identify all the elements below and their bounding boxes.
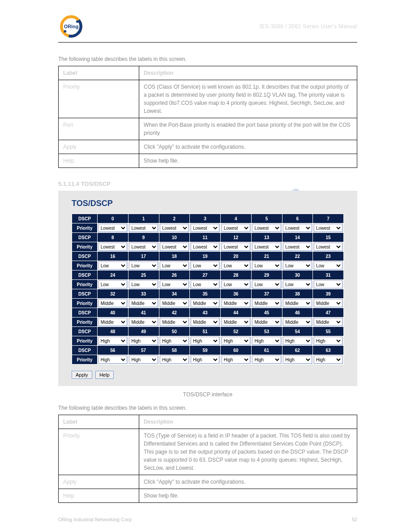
priority-select[interactable]: LowestLowMiddleHigh xyxy=(222,243,250,251)
priority-select[interactable]: LowestLowMiddleHigh xyxy=(283,299,312,307)
priority-select[interactable]: LowestLowMiddleHigh xyxy=(222,299,250,307)
dscp-priority-table: DSCP01234567PriorityLowestLowMiddleHighL… xyxy=(72,214,344,365)
priority-select[interactable]: LowestLowMiddleHigh xyxy=(283,243,312,251)
dscp-row-header: DSCP xyxy=(72,270,98,280)
priority-row-header: Priority xyxy=(72,299,98,308)
priority-select[interactable]: LowestLowMiddleHigh xyxy=(98,318,127,326)
priority-select[interactable]: LowestLowMiddleHigh xyxy=(191,299,219,307)
dscp-number: 12 xyxy=(221,233,252,242)
priority-select[interactable]: LowestLowMiddleHigh xyxy=(222,280,250,288)
dscp-number: 62 xyxy=(282,346,313,355)
priority-select[interactable]: LowestLowMiddleHigh xyxy=(283,280,312,288)
priority-select[interactable]: LowestLowMiddleHigh xyxy=(222,337,250,345)
priority-select[interactable]: LowestLowMiddleHigh xyxy=(160,356,188,364)
dscp-row-header: DSCP xyxy=(72,346,98,355)
priority-cell: LowestLowMiddleHigh xyxy=(313,299,344,308)
priority-select[interactable]: LowestLowMiddleHigh xyxy=(283,224,312,232)
priority-select[interactable]: LowestLowMiddleHigh xyxy=(98,243,127,251)
priority-select[interactable]: LowestLowMiddleHigh xyxy=(129,280,158,288)
dscp-number: 8 xyxy=(98,233,128,242)
priority-select[interactable]: LowestLowMiddleHigh xyxy=(129,243,158,251)
priority-select[interactable]: LowestLowMiddleHigh xyxy=(283,356,312,364)
priority-select[interactable]: LowestLowMiddleHigh xyxy=(283,337,312,345)
priority-select[interactable]: LowestLowMiddleHigh xyxy=(222,262,250,270)
dscp-number: 22 xyxy=(282,252,313,261)
priority-cell: LowestLowMiddleHigh xyxy=(128,223,159,233)
priority-select[interactable]: LowestLowMiddleHigh xyxy=(129,224,158,232)
table-row: HelpShow help file. xyxy=(59,154,357,168)
priority-select[interactable]: LowestLowMiddleHigh xyxy=(283,262,312,270)
priority-cell: LowestLowMiddleHigh xyxy=(98,299,128,308)
priority-select[interactable]: LowestLowMiddleHigh xyxy=(314,243,342,251)
priority-select[interactable]: LowestLowMiddleHigh xyxy=(160,280,188,288)
dscp-number: 53 xyxy=(251,327,282,336)
priority-select[interactable]: LowestLowMiddleHigh xyxy=(252,318,281,326)
priority-select[interactable]: LowestLowMiddleHigh xyxy=(98,356,127,364)
priority-select[interactable]: LowestLowMiddleHigh xyxy=(191,356,219,364)
priority-select[interactable]: LowestLowMiddleHigh xyxy=(222,318,250,326)
priority-select[interactable]: LowestLowMiddleHigh xyxy=(98,262,127,270)
help-button[interactable]: Help xyxy=(95,371,114,379)
priority-select[interactable]: LowestLowMiddleHigh xyxy=(191,243,219,251)
priority-select[interactable]: LowestLowMiddleHigh xyxy=(314,224,342,232)
priority-select[interactable]: LowestLowMiddleHigh xyxy=(252,280,281,288)
priority-select[interactable]: LowestLowMiddleHigh xyxy=(222,224,250,232)
priority-select[interactable]: LowestLowMiddleHigh xyxy=(129,318,158,326)
priority-row-header: Priority xyxy=(72,317,98,327)
dscp-number: 11 xyxy=(190,233,221,242)
header-divider xyxy=(58,42,357,43)
priority-select[interactable]: LowestLowMiddleHigh xyxy=(160,337,188,345)
priority-select[interactable]: LowestLowMiddleHigh xyxy=(129,299,158,307)
priority-select[interactable]: LowestLowMiddleHigh xyxy=(160,243,188,251)
priority-select[interactable]: LowestLowMiddleHigh xyxy=(314,280,342,288)
priority-select[interactable]: LowestLowMiddleHigh xyxy=(283,318,312,326)
dscp-number: 54 xyxy=(282,327,313,336)
dscp-row-header: DSCP xyxy=(72,252,98,261)
priority-select[interactable]: LowestLowMiddleHigh xyxy=(222,356,250,364)
dscp-number: 60 xyxy=(221,346,252,355)
priority-select[interactable]: LowestLowMiddleHigh xyxy=(314,337,342,345)
row-label: Port xyxy=(59,118,139,140)
dscp-number: 5 xyxy=(251,214,282,223)
dscp-number: 35 xyxy=(190,289,221,299)
header-title: IES-3080 / 3062 Series User's Manual xyxy=(89,23,357,30)
priority-select[interactable]: LowestLowMiddleHigh xyxy=(129,356,158,364)
priority-select[interactable]: LowestLowMiddleHigh xyxy=(191,280,219,288)
priority-select[interactable]: LowestLowMiddleHigh xyxy=(98,337,127,345)
priority-select[interactable]: LowestLowMiddleHigh xyxy=(160,262,188,270)
dscp-number: 7 xyxy=(313,214,344,223)
priority-select[interactable]: LowestLowMiddleHigh xyxy=(191,337,219,345)
priority-select[interactable]: LowestLowMiddleHigh xyxy=(252,337,281,345)
priority-select[interactable]: LowestLowMiddleHigh xyxy=(98,280,127,288)
priority-select[interactable]: LowestLowMiddleHigh xyxy=(129,262,158,270)
priority-row-header: Priority xyxy=(72,261,98,270)
priority-cell: LowestLowMiddleHigh xyxy=(190,242,221,252)
priority-select[interactable]: LowestLowMiddleHigh xyxy=(160,224,188,232)
priority-select[interactable]: LowestLowMiddleHigh xyxy=(252,262,281,270)
row-label: Help xyxy=(59,489,139,503)
priority-select[interactable]: LowestLowMiddleHigh xyxy=(252,243,281,251)
priority-select[interactable]: LowestLowMiddleHigh xyxy=(252,356,281,364)
priority-select[interactable]: LowestLowMiddleHigh xyxy=(252,299,281,307)
priority-select[interactable]: LowestLowMiddleHigh xyxy=(314,262,342,270)
priority-select[interactable]: LowestLowMiddleHigh xyxy=(191,224,219,232)
priority-select[interactable]: LowestLowMiddleHigh xyxy=(160,299,188,307)
priority-select[interactable]: LowestLowMiddleHigh xyxy=(98,224,127,232)
priority-select[interactable]: LowestLowMiddleHigh xyxy=(252,224,281,232)
priority-row-header: Priority xyxy=(72,355,98,365)
priority-select[interactable]: LowestLowMiddleHigh xyxy=(191,318,219,326)
priority-select[interactable]: LowestLowMiddleHigh xyxy=(129,337,158,345)
dscp-number: 25 xyxy=(128,270,159,280)
dscp-number: 2 xyxy=(159,214,190,223)
priority-select[interactable]: LowestLowMiddleHigh xyxy=(314,318,342,326)
priority-select[interactable]: LowestLowMiddleHigh xyxy=(160,318,188,326)
table-row: ApplyClick "Apply" to activate the confi… xyxy=(59,475,357,489)
row-label: Apply xyxy=(59,140,139,154)
priority-select[interactable]: LowestLowMiddleHigh xyxy=(314,356,342,364)
priority-select[interactable]: LowestLowMiddleHigh xyxy=(191,262,219,270)
priority-select[interactable]: LowestLowMiddleHigh xyxy=(98,299,127,307)
dscp-number: 52 xyxy=(221,327,252,336)
apply-button[interactable]: Apply xyxy=(72,371,92,379)
priority-select[interactable]: LowestLowMiddleHigh xyxy=(314,299,342,307)
priority-cell: LowestLowMiddleHigh xyxy=(282,242,313,252)
